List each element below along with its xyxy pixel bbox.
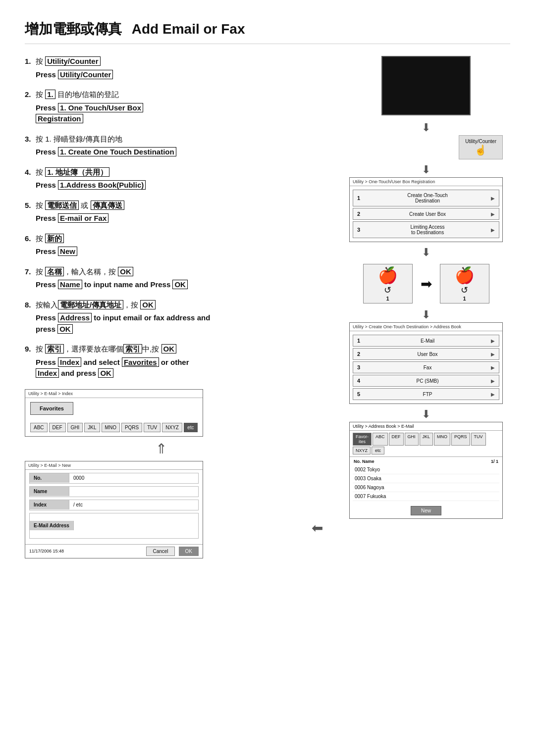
addr-tab-jkl[interactable]: JKL [420, 433, 433, 446]
left-arrow-icon: ⬅ [308, 498, 327, 558]
addr-row-1[interactable]: 0002 Tokyo [353, 465, 499, 474]
menu-item-2[interactable]: 2 Create User Box ▶ [353, 208, 499, 220]
step-9: 9. 按 索引，選擇要放在哪個索引中,按 OK Press Index and … [25, 344, 327, 379]
arrow-down-4: ⬇ [422, 309, 430, 320]
tab-def[interactable]: DEF [49, 423, 66, 432]
new-entry-screen: Utility > E-Mail > New No. 0000 Name Ind… [25, 461, 203, 558]
screen-address-type: Utility > Create One-Touch Destination >… [349, 322, 503, 404]
favorites-button[interactable]: Favorites [30, 402, 73, 415]
index-screen: Utility > E-Mail > Index Favorites ABC D… [25, 389, 298, 558]
new-screen-title: Utility > E-Mail > New [25, 461, 203, 470]
address-list-header: No. Name 1/ 1 [353, 459, 499, 464]
form-row-name[interactable]: Name [29, 486, 199, 497]
addr-row-2[interactable]: 0003 Osaka [353, 474, 499, 483]
form-row-no: No. 0000 [29, 473, 199, 484]
addr-tab-tuv[interactable]: TUV [471, 433, 486, 446]
arrow-down-3: ⬇ [422, 247, 430, 258]
tab-favorites[interactable]: Favor-ites [353, 433, 372, 446]
instructions: 1. 按 Utility/Counter Press Utility/Count… [25, 56, 327, 558]
right-arrow-icon: ➡ [421, 276, 432, 292]
arrow-down-2: ⬇ [422, 164, 430, 175]
new-address-button[interactable]: New [411, 506, 441, 515]
form-footer: 11/17/2006 15:48 Cancel OK [25, 544, 203, 558]
form-row-index[interactable]: Index / etc [29, 500, 199, 510]
form-row-email[interactable]: E-Mail Address [29, 513, 199, 539]
tab-mno[interactable]: MNO [102, 423, 120, 432]
addr-tab-abc[interactable]: ABC [373, 433, 388, 446]
step-3: 3. 按 1. 掃瞄登錄/傳真目的地 Press 1. Create One T… [25, 134, 327, 158]
address-tabs: Favor-ites ABC DEF GHI JKL MNO PQRS TUV … [350, 431, 502, 457]
utility-counter-button[interactable]: Utility/Counter ☝ [459, 135, 503, 159]
ok-button[interactable]: OK [179, 547, 199, 556]
finger-icon: ☝ [465, 144, 496, 156]
cancel-button[interactable]: Cancel [146, 547, 174, 556]
index-screen-title: Utility > E-Mail > Index [25, 390, 203, 398]
up-arrow-icon: ⇑ [25, 441, 298, 457]
right-screenshots: ⬇ Utility/Counter ☝ ⬇ Utility > One-Touc… [342, 56, 510, 558]
menu-fax[interactable]: 3 Fax ▶ [353, 361, 499, 373]
menu-email[interactable]: 1 E-Mail ▶ [353, 335, 499, 347]
step-7: 7. 按 名稱，輸入名稱，按 OK Press Name to input na… [25, 266, 327, 291]
step-1: 1. 按 Utility/Counter Press Utility/Count… [25, 56, 327, 80]
step-6: 6. 按 新的 Press New [25, 233, 327, 257]
addr-tab-mno[interactable]: MNO [434, 433, 450, 446]
step-2: 2. 按 1. 目的地/信箱的登記 Press 1. One Touch/Use… [25, 89, 327, 125]
tab-pqrs[interactable]: PQRS [121, 423, 142, 432]
addr-row-4[interactable]: 0007 Fukuoka [353, 492, 499, 501]
address-list-footer: New [350, 503, 502, 518]
addr-tab-wxyz[interactable]: NXYZ [353, 447, 371, 454]
screen-registration: Utility > One-Touch/User Box Registratio… [349, 177, 503, 242]
menu-item-1[interactable]: 1 Create One-TouchDestination ▶ [353, 190, 499, 206]
arrow-down-5: ⬇ [422, 409, 430, 420]
menu-ftp[interactable]: 5 FTP ▶ [353, 388, 499, 400]
step-8: 8. 按輸入電郵地址/傳真地址，按 OK Press Address to in… [25, 300, 327, 335]
addr-tab-ghi[interactable]: GHI [405, 433, 419, 446]
screen-address-list: Utility > Address Book > E-Mail Favor-it… [349, 422, 503, 519]
tab-tuv[interactable]: TUV [144, 423, 160, 432]
addr-tab-pqrs[interactable]: PQRS [451, 433, 470, 446]
tab-wxyz[interactable]: NXYZ [162, 423, 182, 432]
menu-userbox[interactable]: 2 User Box ▶ [353, 348, 499, 360]
apple-left: 🍎 ↺ 1 [363, 264, 413, 303]
addr-tab-def[interactable]: DEF [389, 433, 404, 446]
tab-abc[interactable]: ABC [30, 423, 48, 432]
apple-illustration: 🍎 ↺ 1 ➡ 🍎 ↺ 1 [349, 264, 503, 303]
apple-right: 🍎 ↺ 1 [440, 264, 489, 303]
tab-ghi[interactable]: GHI [67, 423, 83, 432]
machine-display [381, 56, 471, 115]
addr-tab-etc[interactable]: etc [372, 447, 384, 454]
tab-jkl[interactable]: JKL [84, 423, 100, 432]
footer-datetime: 11/17/2006 15:48 [29, 549, 64, 554]
step-5: 5. 按 電郵送信 或 傳真傳送 Press E-mail or Fax [25, 200, 327, 224]
menu-pc-smb[interactable]: 4 PC (SMB) ▶ [353, 375, 499, 387]
menu-item-3[interactable]: 3 Limiting Accessto Destinations ▶ [353, 221, 499, 238]
addr-row-3[interactable]: 0006 Nagoya [353, 483, 499, 492]
step-4: 4. 按 1. 地址簿（共用） Press 1.Address Book(Pub… [25, 167, 327, 191]
arrow-down-1: ⬇ [422, 122, 430, 133]
page-title: 增加電郵或傳真 Add Email or Fax [25, 20, 510, 44]
index-tabs: ABC DEF GHI JKL MNO PQRS TUV NXYZ etc [30, 423, 198, 432]
tab-etc[interactable]: etc [184, 423, 198, 432]
